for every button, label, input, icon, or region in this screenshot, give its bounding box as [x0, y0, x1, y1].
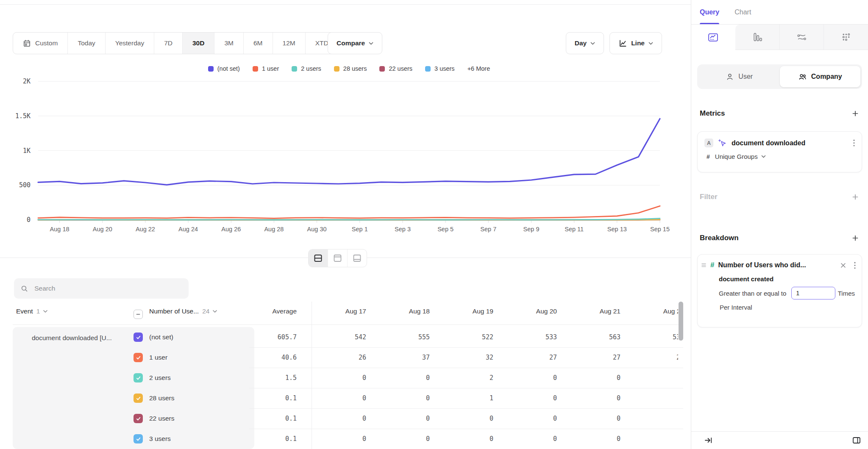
calendar-icon [23, 39, 31, 47]
kebab-menu-icon[interactable] [853, 139, 855, 147]
layout-toggle-group [308, 249, 367, 267]
scope-company[interactable]: Company [780, 66, 861, 87]
series-value-cell: 27 [564, 347, 627, 368]
chart-toolbar: CustomTodayYesterday7D30D3M6M12MXTD Comp… [13, 32, 662, 54]
table-row: 2 users1.5002001 [0, 368, 683, 388]
search-box [14, 278, 189, 299]
select-all-checkbox[interactable] [134, 310, 143, 319]
date-column-header: Aug 22 [627, 308, 678, 315]
measure-select[interactable]: Unique Groups [715, 153, 766, 160]
scope-company-label: Company [811, 73, 842, 80]
event-column-header[interactable]: Event 1 [16, 308, 47, 315]
drag-handle-icon[interactable] [701, 263, 707, 268]
condition-value-input[interactable] [791, 287, 835, 299]
tab-chart[interactable]: Chart [734, 0, 751, 24]
autocapture-spark-icon [718, 139, 727, 147]
split-view-button[interactable] [851, 435, 862, 446]
add-filter-button[interactable] [850, 192, 860, 202]
series-value-cell: 0 [500, 429, 564, 449]
series-label: 28 users [149, 388, 174, 408]
series-value-cell: 0 [500, 408, 564, 429]
series-value-cell: 37 [373, 347, 437, 368]
date-range-group: CustomTodayYesterday7D30D3M6M12MXTD [13, 32, 348, 54]
search-input[interactable] [33, 284, 182, 293]
series-value-cell: 0 [500, 388, 564, 408]
series-checkbox[interactable] [134, 353, 143, 362]
series-checkbox[interactable] [134, 414, 143, 423]
chart-type-flow-tab[interactable] [779, 25, 824, 50]
range-yesterday[interactable]: Yesterday [105, 33, 154, 54]
add-metric-button[interactable] [850, 108, 860, 119]
svg-text:500: 500 [19, 181, 31, 189]
breakdown-condition-row: Greater than or equal to Times [698, 283, 862, 299]
series-header-label: Number of Use... [149, 308, 199, 315]
user-icon [726, 72, 734, 81]
range-today[interactable]: Today [67, 33, 105, 54]
series-checkbox[interactable] [134, 333, 143, 342]
chart-type-select[interactable]: Line [609, 32, 662, 54]
flow-chart-icon [796, 32, 807, 42]
add-breakdown-button[interactable] [850, 233, 860, 243]
series-average: 0.1 [203, 408, 297, 429]
range-7d[interactable]: 7D [154, 33, 182, 54]
layout-toggle-table-view[interactable] [347, 249, 367, 267]
chart-type-scatter-tab[interactable] [823, 25, 868, 50]
metric-name: document downloaded [732, 139, 849, 147]
chart-panel: CustomTodayYesterday7D30D3M6M12MXTD Comp… [0, 0, 691, 449]
svg-text:Sep 5: Sep 5 [437, 226, 453, 233]
series-checkbox[interactable] [134, 373, 143, 382]
split-view-icon [313, 254, 323, 263]
search-icon [21, 285, 28, 293]
series-checkbox[interactable] [134, 394, 143, 403]
layout-toggle-split-view[interactable] [309, 249, 328, 267]
range-label: 12M [283, 39, 295, 47]
series-values: 000000 [309, 408, 678, 429]
svg-text:Aug 24: Aug 24 [178, 226, 198, 233]
filter-section-header: Filter [700, 191, 860, 203]
series-value-cell: 0 [564, 429, 627, 449]
compare-button[interactable]: Compare [328, 32, 382, 54]
tab-query[interactable]: Query [700, 0, 719, 24]
series-value-cell: 1 [437, 388, 500, 408]
range-label: Today [78, 39, 95, 47]
range-custom[interactable]: Custom [13, 33, 67, 54]
range-3m[interactable]: 3M [214, 33, 243, 54]
series-value-cell: 555 [373, 327, 437, 347]
series-value-cell: 0 [309, 388, 373, 408]
series-checkbox[interactable] [134, 434, 143, 443]
date-column-headers: Aug 17Aug 18Aug 19Aug 20Aug 21Aug 22 [309, 308, 678, 315]
interval-select[interactable]: Day [566, 32, 604, 54]
breakdown-title-row: # Number of Users who did... [698, 255, 862, 269]
svg-text:Sep 15: Sep 15 [650, 226, 670, 233]
condition-label[interactable]: Greater than or equal to [719, 290, 786, 297]
breakdown-title[interactable]: Number of Users who did... [718, 261, 836, 269]
chart-type-line-tab[interactable] [691, 25, 735, 50]
range-6m[interactable]: 6M [243, 33, 273, 54]
per-interval-label[interactable]: Per Interval [698, 299, 862, 311]
hash-icon: # [707, 153, 710, 160]
table-scrollbar[interactable] [679, 302, 683, 341]
range-12m[interactable]: 12M [273, 33, 305, 54]
series-average: 0.1 [203, 388, 297, 408]
chevron-down-icon [43, 310, 47, 313]
series-values: 002001 [309, 368, 678, 388]
layout-toggle-chart-view[interactable] [328, 249, 347, 267]
series-value-cell: 0 [373, 388, 437, 408]
collapse-panel-button[interactable] [703, 435, 714, 446]
chevron-down-icon [590, 42, 595, 45]
series-value-cell: 0 [373, 368, 437, 388]
bar-chart-icon [752, 32, 762, 42]
average-column-header: Average [203, 308, 297, 315]
panel-split-icon [852, 436, 861, 445]
series-value-cell: 563 [564, 327, 627, 347]
line-chart-icon [618, 39, 627, 48]
kebab-menu-icon[interactable] [854, 262, 856, 269]
scope-user[interactable]: User [699, 66, 780, 87]
range-30d[interactable]: 30D [182, 33, 214, 54]
indeterminate-icon [136, 312, 141, 317]
metric-card[interactable]: A document downloaded # Unique Groups [697, 131, 862, 172]
series-average: 40.6 [203, 347, 297, 368]
metric-measure-row: # Unique Groups [698, 147, 862, 160]
close-icon[interactable] [840, 262, 846, 269]
chart-type-bar-tab[interactable] [735, 25, 779, 50]
